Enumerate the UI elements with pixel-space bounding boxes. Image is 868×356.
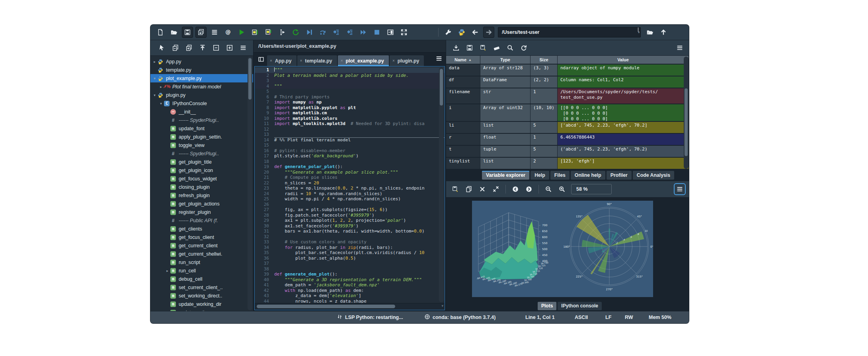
fullscreen-button[interactable] <box>399 27 409 37</box>
close-tab-icon[interactable]: × <box>392 59 395 63</box>
outline-item--public-api-f-[interactable]: #------ Public API (f. <box>150 216 253 225</box>
column-header-name[interactable]: Name▲ <box>446 56 480 65</box>
outline-item-get_focus_widget[interactable]: mget_focus_widget <box>150 174 253 183</box>
plots-options-icon[interactable] <box>675 184 685 194</box>
tree-expander-icon[interactable]: ▸ <box>152 60 157 64</box>
symbol-finder-button[interactable]: @ <box>223 27 233 37</box>
matplotlib-figure[interactable]: 400450500550600650700-84.410-84.405-84.4… <box>472 201 653 297</box>
editor-tab-plugin-py[interactable]: ×plugin.py <box>390 55 424 66</box>
debug-stop-button[interactable] <box>372 27 382 37</box>
outline-options-icon[interactable] <box>238 43 248 53</box>
tree-expander-icon[interactable]: ▾ <box>158 102 164 106</box>
column-header-value[interactable]: Value <box>558 56 689 65</box>
tree-expander-icon[interactable]: ▾ <box>152 76 157 80</box>
editor-hscrollbar-thumb[interactable] <box>257 305 395 308</box>
remove-all-plots-button[interactable] <box>491 184 501 194</box>
outline-item-run_script[interactable]: mrun_script <box>150 258 253 266</box>
tab-plots[interactable]: Plots <box>538 302 556 310</box>
close-tab-icon[interactable]: × <box>270 59 272 63</box>
follow-cursor-icon[interactable] <box>197 43 208 53</box>
table-row-data[interactable]: dataArray of str128(3, 3)ndarray object … <box>446 65 689 76</box>
close-tab-icon[interactable]: × <box>341 59 343 63</box>
save-data-as-button[interactable] <box>478 43 488 53</box>
table-row-tinylist[interactable]: tinylistlist2[123, 'efgh'] <box>446 158 689 170</box>
outline-item-set_current_client_-[interactable]: mset_current_client_.. <box>150 283 253 291</box>
new-file-button[interactable] <box>155 27 166 37</box>
close-tab-icon[interactable]: × <box>300 59 302 63</box>
parent-directory-button[interactable] <box>658 27 669 37</box>
code-area[interactable]: 1"""2Plot a terrain model and a polar pl… <box>255 67 445 303</box>
editor-tab-plot_example-py[interactable]: ×plot_example.py <box>338 55 389 66</box>
search-variable-button[interactable] <box>505 43 515 53</box>
open-file-button[interactable] <box>169 27 179 37</box>
working-directory-field[interactable]: /Users/test-user ▾ <box>498 27 641 37</box>
outline-item-set_working_direct-[interactable]: mset_working_direct.. <box>150 291 253 300</box>
tab-variable-explorer[interactable]: Variable explorer <box>482 171 529 180</box>
outline-item-closing_plugin[interactable]: mclosing_plugin <box>150 183 253 191</box>
zoom-out-button[interactable] <box>543 184 554 194</box>
outline-scrollbar-thumb[interactable] <box>248 58 252 100</box>
tree-expander-icon[interactable]: ▸ <box>165 269 170 273</box>
outline-item-get_plugin_icon[interactable]: mget_plugin_icon <box>150 166 253 174</box>
save-file-button[interactable] <box>182 27 193 37</box>
outline-item-get_plugin_actions[interactable]: mget_plugin_actions <box>150 200 253 208</box>
tab-ipython-console[interactable]: IPython console <box>558 302 602 310</box>
debug-step-out-button[interactable] <box>345 27 355 37</box>
browse-tabs-icon[interactable] <box>256 54 266 65</box>
outline-item-get_clients[interactable]: mget_clients <box>150 225 253 233</box>
collapse-section-icon[interactable] <box>170 43 181 53</box>
outline-item-app-py[interactable]: ▸App.py <box>150 57 253 66</box>
editor-options-icon[interactable] <box>435 55 443 64</box>
file-switcher-button[interactable] <box>209 27 220 37</box>
table-row-li[interactable]: lilist5['abcd', 745, 2.23, 'efgh', 70.2] <box>446 122 689 134</box>
outline-item-debug_cell[interactable]: mdebug_cell <box>150 275 253 283</box>
previous-plot-button[interactable] <box>510 184 521 194</box>
back-button[interactable] <box>470 27 480 37</box>
save-all-button[interactable] <box>196 27 206 37</box>
copy-plot-button[interactable] <box>464 184 474 194</box>
expand-all-icon[interactable] <box>224 43 235 53</box>
python-path-manager-button[interactable] <box>456 27 467 37</box>
editor-scrollbar[interactable] <box>439 67 444 302</box>
tab-code-analysis[interactable]: Code Analysis <box>633 171 674 180</box>
tab-help[interactable]: Help <box>531 171 549 180</box>
debug-continue-button[interactable] <box>358 27 369 37</box>
column-header-size[interactable]: Size <box>531 56 558 65</box>
outline-item-refresh_plugin[interactable]: mrefresh_plugin <box>150 191 253 200</box>
next-plot-button[interactable] <box>524 184 534 194</box>
outline-item-apply_plugin_settin-[interactable]: mapply_plugin_settin. <box>150 133 253 141</box>
outline-item-register_plugin[interactable]: mregister_plugin <box>150 208 253 216</box>
outline-item-plot_example-py[interactable]: ▾plot_example.py <box>150 74 253 82</box>
table-row-df[interactable]: dfDataFrame(2, 2)Column names: Col1, Col… <box>446 76 689 88</box>
forward-button[interactable] <box>484 27 494 37</box>
refresh-variables-button[interactable] <box>519 43 529 53</box>
rerun-cell-button[interactable] <box>291 27 301 37</box>
scroll-right-icon[interactable]: ▾ <box>441 304 443 308</box>
table-row-i[interactable]: iArray of uint32(10, 10)[[0 0 0 ... 0 0 … <box>446 104 689 122</box>
outline-scrollbar[interactable] <box>248 57 252 310</box>
tab-online-help[interactable]: Online help <box>571 171 605 180</box>
outline-item-template-py[interactable]: template.py <box>150 66 253 74</box>
expand-section-icon[interactable] <box>184 43 194 53</box>
outline-item-update_font[interactable]: mupdate_font <box>150 124 253 133</box>
remove-plot-button[interactable] <box>477 184 488 194</box>
editor-scrollbar-thumb[interactable] <box>440 69 443 106</box>
run-cell-button[interactable] <box>250 27 260 37</box>
outline-item-ipythonconsole[interactable]: ▾CIPythonConsole <box>150 99 253 108</box>
go-to-cursor-icon[interactable] <box>157 43 167 53</box>
outline-item-update_path[interactable]: mupdate_path <box>150 308 253 311</box>
debug-step-into-button[interactable] <box>331 27 341 37</box>
outline-item-get_focus_client[interactable]: mget_focus_client <box>150 233 253 241</box>
tab-profiler[interactable]: Profiler <box>607 171 632 180</box>
outline-item--spyderplugi-[interactable]: #------ SpyderPlugi.. <box>150 149 253 158</box>
chevron-down-icon[interactable]: ▾ <box>638 27 638 32</box>
maximize-pane-button[interactable] <box>385 27 396 37</box>
column-header-type[interactable]: Type <box>480 56 531 65</box>
editor-horizontal-scrollbar[interactable]: ▾ <box>255 303 445 310</box>
run-file-button[interactable] <box>236 27 247 37</box>
variable-explorer-options-icon[interactable] <box>675 43 685 53</box>
outline-item-update_working_dir[interactable]: mupdate_working_dir <box>150 300 253 308</box>
tree-expander-icon[interactable]: ▾ <box>152 93 157 97</box>
outline-item-get_current_client[interactable]: mget_current_client <box>150 241 253 250</box>
outline-item-get_plugin_title[interactable]: mget_plugin_title <box>150 158 253 166</box>
